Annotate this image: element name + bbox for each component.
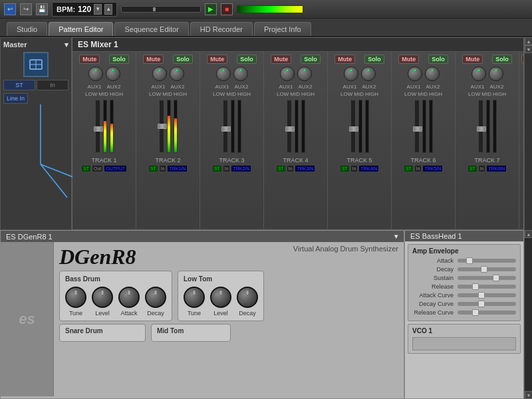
fader-t5[interactable] [350,100,356,153]
attack-label: Attack [120,310,137,317]
mute-3[interactable]: Mute [207,55,227,64]
scroll-down[interactable]: ▼ [525,45,532,53]
knob-aux2-t2[interactable] [170,66,184,81]
drum-section-next: Snare Drum Mid Tom [59,324,398,342]
track-io-2: STInTRK1IN [148,165,188,172]
vu-t2 [167,100,171,153]
solo-4[interactable]: Solo [301,55,321,64]
decay-knob-item-bass: Decay [145,287,166,317]
solo-6[interactable]: Solo [428,55,448,64]
fader-t3[interactable] [223,100,228,153]
solo-3[interactable]: Solo [237,55,257,64]
lowtom-level-knob[interactable] [210,287,231,308]
fader-t2[interactable] [159,100,164,153]
knob-aux1-t3[interactable] [216,66,231,81]
dgenr8-panel: ES DGenR8 1 ▾ es DGenR8 Virtual Analog D… [0,230,404,399]
bottom-scrollbar[interactable]: ▲ ▼ [524,230,532,399]
decay-slider[interactable] [458,267,516,271]
attack-env-label: Attack [412,257,458,264]
knob-aux2-t6[interactable] [425,66,440,81]
track-channel-3: MuteSolo AUX1AUX2 LOW MID HIGH TRACK 3 S… [200,52,264,229]
low-tom-knobs: Tune Level Decay [184,287,258,317]
solo-7[interactable]: Solo [492,55,512,64]
bass-attack-knob[interactable] [118,287,140,308]
master-st-button[interactable]: ST [3,80,35,90]
bpm-down[interactable]: ▼ [94,4,102,15]
master-in-button[interactable]: In [37,80,68,90]
fader-t7[interactable] [478,100,483,153]
lowtom-tune-item: Tune [184,287,205,317]
play-button[interactable]: ▶ [205,3,217,15]
lowtom-decay-label: Decay [239,310,256,317]
transport-slider[interactable] [121,6,201,13]
fader-t6[interactable] [414,100,420,153]
scroll-down-bottom[interactable]: ▼ [525,391,532,399]
dgenr8-collapse[interactable]: ▾ [394,232,398,241]
mute-8[interactable]: Mute [521,55,523,63]
knob-aux1-t6[interactable] [408,66,422,81]
knob-aux1-t1[interactable] [88,66,103,81]
decay-curve-slider[interactable] [458,302,516,306]
solo-2[interactable]: Solo [173,55,193,64]
knob-aux2-t1[interactable] [106,66,120,81]
attack-knob-item: Attack [118,287,140,317]
knob-aux1-t7[interactable] [471,66,486,81]
lowtom-tune-knob[interactable] [184,287,205,308]
knob-aux1-t4[interactable] [280,66,295,81]
scroll-up-bottom[interactable]: ▲ [525,230,532,238]
lowtom-level-label: Level [213,310,228,317]
release-curve-row: Release Curve [412,309,516,316]
mute-2[interactable]: Mute [143,55,164,64]
fader-t1[interactable] [95,100,100,153]
mute-1[interactable]: Mute [79,55,100,64]
tab-studio[interactable]: Studio [7,22,47,36]
solo-1[interactable]: Solo [109,55,129,64]
vco-section: VCO 1 [408,324,521,354]
mute-5[interactable]: Mute [334,55,355,64]
bass-tune-knob[interactable] [65,287,86,308]
tab-sequence-editor[interactable]: Sequence Editor [114,22,188,36]
mute-7[interactable]: Mute [462,55,483,64]
release-curve-slider[interactable] [458,311,516,315]
solo-5[interactable]: Solo [364,55,384,64]
attack-curve-slider[interactable] [458,293,516,297]
bpm-up[interactable]: ▲ [104,4,112,15]
master-collapse[interactable]: ▾ [65,41,68,49]
tab-pattern-editor[interactable]: Pattern Editor [49,22,113,36]
vco-title: VCO 1 [412,327,516,334]
tab-project-info[interactable]: Project Info [254,22,311,36]
vco-controls [412,337,516,350]
stop-button[interactable]: ■ [221,3,233,15]
dgenr8-center: DGenR8 Virtual Analog Drum Synthesizer B… [54,242,404,396]
dgenr8-body: es DGenR8 Virtual Analog Drum Synthesize… [1,242,404,396]
knob-aux2-t7[interactable] [489,66,503,81]
bass-decay-knob[interactable] [145,287,166,308]
sustain-slider[interactable] [458,276,516,280]
track-channel-5: MuteSolo AUX1AUX2 LOW MID HIGH TRACK 5 S… [328,52,392,229]
release-slider[interactable] [458,285,516,289]
undo-button[interactable]: ↩ [4,3,16,15]
bass-level-knob[interactable] [92,287,113,308]
mixer-scrollbar[interactable]: ▲ ▼ [524,37,532,230]
save-button[interactable]: 💾 [36,3,48,15]
tune-knob-item: Tune [65,287,86,317]
knob-aux2-t4[interactable] [297,66,312,81]
knob-aux1-t5[interactable] [344,66,358,81]
knob-aux2-t5[interactable] [361,66,376,81]
tab-hd-recorder[interactable]: HD Recorder [190,22,253,36]
release-row: Release [412,283,516,290]
redo-button[interactable]: ↪ [20,3,32,15]
lowtom-decay-knob[interactable] [237,287,258,308]
scroll-up[interactable]: ▲ [525,37,532,45]
mute-6[interactable]: Mute [398,55,419,64]
vu-t4 [295,100,299,153]
track-channel-2: MuteSolo AUX1AUX2 LOW MID HIGH TRACK 2 S… [136,52,200,229]
attack-slider[interactable] [458,259,516,263]
vu2-t4 [301,100,305,153]
fader-t4[interactable] [287,100,292,153]
bass-drum-title: Bass Drum [65,275,166,283]
mute-4[interactable]: Mute [271,55,291,64]
dgenr8-name: DGenR8 [59,245,136,269]
knob-aux1-t2[interactable] [152,66,167,81]
knob-aux2-t3[interactable] [233,66,248,81]
